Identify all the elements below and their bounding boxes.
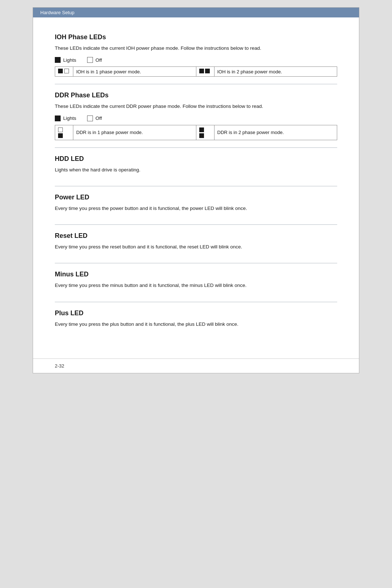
- led-filled-icon: [199, 127, 204, 132]
- led-filled-icon: [199, 69, 204, 73]
- ddr-legend-row: Lights Off: [55, 115, 337, 121]
- minus-led-desc: Every time you press the minus button an…: [55, 282, 337, 289]
- page-container: Hardware Setup IOH Phase LEDs These LEDs…: [33, 7, 359, 373]
- ioh-lights-legend: Lights: [55, 57, 76, 63]
- table-row: IOH is in 1 phase power mode. IOH is in …: [55, 67, 337, 77]
- ddr-off-label: Off: [95, 115, 102, 121]
- plus-led-title: Plus LED: [55, 309, 337, 317]
- ddr-row2-desc: DDR is in 2 phase power mode.: [214, 125, 337, 140]
- page-footer: 2-32: [33, 358, 359, 373]
- section-ddr-phase-leds: DDR Phase LEDs These LEDs indicate the c…: [55, 92, 337, 147]
- section-plus-led: Plus LED Every time you press the plus b…: [55, 309, 337, 340]
- page-header: Hardware Setup: [33, 8, 359, 17]
- reset-led-title: Reset LED: [55, 232, 337, 240]
- ioh-row1-leds: [55, 67, 73, 77]
- led-filled-icon: [58, 69, 63, 73]
- ddr-lights-label: Lights: [63, 115, 76, 121]
- ioh-row2-leds: [196, 67, 214, 77]
- ioh-phase-table: IOH is in 1 phase power mode. IOH is in …: [55, 66, 337, 77]
- plus-led-desc: Every time you press the plus button and…: [55, 321, 337, 328]
- ddr-phase-table: DDR is in 1 phase power mode. DDR is in …: [55, 125, 337, 140]
- reset-led-desc: Every time you press the reset button an…: [55, 243, 337, 251]
- ioh-off-label: Off: [95, 57, 102, 63]
- led-empty-icon: [58, 127, 63, 132]
- ioh-off-legend: Off: [87, 57, 102, 63]
- power-led-desc: Every time you press the power button an…: [55, 205, 337, 212]
- ioh-phase-leds-title: IOH Phase LEDs: [55, 33, 337, 41]
- ioh-off-icon: [87, 57, 93, 63]
- ddr-phase-leds-desc: These LEDs indicate the current DDR powe…: [55, 103, 337, 110]
- ddr-phase-leds-title: DDR Phase LEDs: [55, 92, 337, 99]
- header-text: Hardware Setup: [40, 10, 74, 15]
- section-reset-led: Reset LED Every time you press the reset…: [55, 232, 337, 263]
- ddr-row1-leds: [55, 125, 73, 140]
- ddr-row2-leds: [196, 125, 214, 140]
- hdd-led-desc: Lights when the hard drive is operating.: [55, 166, 337, 174]
- ioh-row1-desc: IOH is in 1 phase power mode.: [73, 67, 196, 77]
- ddr-lights-legend: Lights: [55, 115, 76, 121]
- led-filled-icon: [199, 133, 204, 138]
- ioh-lights-label: Lights: [63, 57, 76, 63]
- led-filled-icon: [205, 69, 210, 73]
- led-filled-icon: [58, 133, 63, 138]
- led-empty-icon: [64, 69, 69, 73]
- table-row: DDR is in 1 phase power mode. DDR is in …: [55, 125, 337, 140]
- section-hdd-led: HDD LED Lights when the hard drive is op…: [55, 155, 337, 186]
- page-number: 2-32: [55, 363, 64, 369]
- power-led-title: Power LED: [55, 194, 337, 201]
- ioh-lights-icon: [55, 57, 61, 63]
- ddr-row1-desc: DDR is in 1 phase power mode.: [73, 125, 196, 140]
- hdd-led-title: HDD LED: [55, 155, 337, 163]
- page-content: IOH Phase LEDs These LEDs indicate the c…: [33, 17, 359, 358]
- ddr-off-legend: Off: [87, 115, 102, 121]
- section-minus-led: Minus LED Every time you press the minus…: [55, 271, 337, 302]
- ddr-off-icon: [87, 115, 93, 121]
- ioh-phase-leds-desc: These LEDs indicate the current IOH powe…: [55, 45, 337, 52]
- ioh-legend-row: Lights Off: [55, 57, 337, 63]
- minus-led-title: Minus LED: [55, 271, 337, 278]
- ddr-lights-icon: [55, 115, 61, 121]
- section-ioh-phase-leds: IOH Phase LEDs These LEDs indicate the c…: [55, 33, 337, 84]
- ioh-row2-desc: IOH is in 2 phase power mode.: [214, 67, 337, 77]
- section-power-led: Power LED Every time you press the power…: [55, 194, 337, 225]
